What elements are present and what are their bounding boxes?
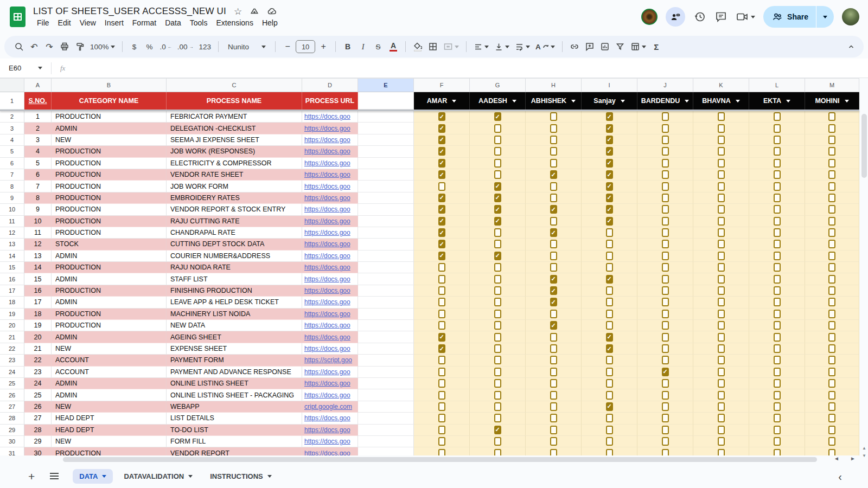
process-url-link[interactable]: https://docs.goo	[304, 136, 350, 144]
checkbox-bardendu[interactable]	[662, 356, 669, 364]
cell-process-url[interactable]: https://docs.goo	[302, 367, 358, 378]
name-box[interactable]: E60	[0, 64, 48, 72]
column-header-M[interactable]: M	[805, 78, 859, 92]
cell-sno[interactable]: 23	[24, 367, 52, 378]
cell-sno[interactable]: 4	[24, 146, 52, 157]
checkbox-ekta[interactable]	[774, 252, 781, 260]
row-header-13[interactable]: 13	[0, 239, 24, 250]
checkbox-mohini[interactable]	[828, 437, 835, 446]
decrease-decimal-button[interactable]: .0←	[158, 39, 174, 54]
checkbox-abhishek[interactable]	[550, 310, 557, 318]
checkbox-abhishek[interactable]	[550, 263, 557, 272]
process-url-link[interactable]: https://docs.goo	[304, 264, 350, 271]
cell-process-name[interactable]: RAJU NOIDA RATE	[167, 262, 302, 273]
create-filter-button[interactable]	[613, 39, 627, 54]
checkbox-bhavna[interactable]	[718, 205, 725, 214]
cell-process-name[interactable]: ONLINE LISTING SHEET	[167, 378, 302, 389]
checkbox-bhavna[interactable]	[718, 240, 725, 248]
checkbox-abhishek[interactable]: ✓	[550, 170, 557, 179]
checkbox-mohini[interactable]	[828, 194, 835, 202]
star-icon[interactable]: ☆	[234, 7, 242, 16]
cell-empty-E[interactable]	[358, 389, 414, 401]
cell-empty-E[interactable]	[358, 447, 414, 455]
cell-sno[interactable]: 2	[24, 123, 52, 134]
italic-button[interactable]: I	[356, 39, 370, 54]
checkbox-bhavna[interactable]	[718, 159, 725, 168]
cell-empty-E[interactable]	[358, 216, 414, 227]
increase-decimal-button[interactable]: .00→	[175, 39, 196, 54]
cell-empty-E[interactable]	[358, 111, 414, 123]
checkbox-bardendu[interactable]	[662, 228, 669, 237]
grid-corner-cell[interactable]	[0, 78, 24, 92]
row-header-15[interactable]: 15	[0, 262, 24, 273]
checkbox-abhishek[interactable]	[550, 379, 557, 388]
table-tools-button[interactable]	[628, 39, 648, 54]
filter-caret-icon[interactable]	[736, 100, 740, 102]
process-url-link[interactable]: https://docs.goo	[304, 194, 350, 202]
checkbox-bhavna[interactable]	[718, 286, 725, 295]
checkbox-bardendu[interactable]	[662, 426, 669, 434]
cell-process-url[interactable]: https://docs.goo	[302, 262, 358, 273]
cell-process-url[interactable]: https://docs.goo	[302, 146, 358, 157]
checkbox-sanjay[interactable]	[606, 379, 613, 388]
comments-icon[interactable]	[714, 10, 727, 23]
checkbox-sanjay[interactable]: ✓	[606, 275, 613, 284]
checkbox-aadesh[interactable]	[494, 240, 501, 248]
cell-category[interactable]: PRODUCTION	[52, 169, 167, 181]
checkbox-amar[interactable]: ✓	[438, 136, 445, 144]
checkbox-mohini[interactable]	[828, 426, 835, 434]
checkbox-sanjay[interactable]	[606, 426, 613, 434]
cell-process-url[interactable]: https://docs.goo	[302, 413, 358, 424]
checkbox-aadesh[interactable]	[494, 368, 501, 376]
checkbox-ekta[interactable]	[774, 228, 781, 237]
checkbox-mohini[interactable]	[828, 368, 835, 376]
cell-empty-E[interactable]	[358, 239, 414, 250]
row-header-8[interactable]: 8	[0, 181, 24, 192]
checkbox-mohini[interactable]	[828, 449, 835, 455]
checkbox-bardendu[interactable]	[662, 217, 669, 226]
checkbox-mohini[interactable]	[828, 124, 835, 133]
checkbox-amar[interactable]	[438, 182, 445, 191]
checkbox-abhishek[interactable]	[550, 356, 557, 364]
checkbox-abhishek[interactable]: ✓	[550, 298, 557, 306]
header-cell-person-bardendu[interactable]: BARDENDU	[637, 92, 693, 110]
cell-category[interactable]: NEW	[52, 343, 167, 355]
cell-process-url[interactable]: https://script.goo	[302, 355, 358, 366]
cell-process-url[interactable]: https://docs.goo	[302, 192, 358, 204]
cell-process-url[interactable]: https://docs.goo	[302, 331, 358, 343]
cell-sno[interactable]: 27	[24, 413, 52, 424]
checkbox-amar[interactable]: ✓	[438, 194, 445, 202]
checkbox-amar[interactable]: ✓	[438, 252, 445, 260]
row-header-11[interactable]: 11	[0, 216, 24, 227]
checkbox-amar[interactable]	[438, 426, 445, 434]
checkbox-ekta[interactable]	[774, 414, 781, 422]
cell-process-name[interactable]: FEBRICATOR PAYMENT	[167, 111, 302, 123]
cell-sno[interactable]: 18	[24, 309, 52, 320]
cell-process-name[interactable]: EMBROIDERY RATES	[167, 192, 302, 204]
checkbox-bardendu[interactable]: ✓	[662, 368, 669, 376]
cell-category[interactable]: PRODUCTION	[52, 146, 167, 157]
checkbox-bardendu[interactable]	[662, 437, 669, 446]
scroll-left-arrow[interactable]: ◄	[834, 455, 839, 461]
checkbox-amar[interactable]	[438, 321, 445, 330]
checkbox-aadesh[interactable]	[494, 356, 501, 364]
cell-sno[interactable]: 22	[24, 355, 52, 366]
sheet-tab-caret-icon[interactable]	[267, 475, 272, 478]
checkbox-bhavna[interactable]	[718, 402, 725, 411]
process-url-link[interactable]: https://docs.goo	[304, 298, 350, 306]
row-header-2[interactable]: 2	[0, 111, 24, 123]
cell-process-url[interactable]: https://docs.goo	[302, 134, 358, 146]
checkbox-sanjay[interactable]	[606, 437, 613, 446]
checkbox-aadesh[interactable]	[494, 449, 501, 455]
checkbox-bardendu[interactable]	[662, 194, 669, 202]
checkbox-aadesh[interactable]	[494, 391, 501, 400]
checkbox-ekta[interactable]	[774, 368, 781, 376]
cell-sno[interactable]: 19	[24, 320, 52, 331]
process-url-link[interactable]: https://docs.goo	[304, 310, 350, 318]
checkbox-amar[interactable]	[438, 379, 445, 388]
process-url-link[interactable]: https://docs.goo	[304, 380, 350, 387]
checkbox-abhishek[interactable]	[550, 182, 557, 191]
filter-caret-icon[interactable]	[512, 100, 516, 102]
row-header-18[interactable]: 18	[0, 297, 24, 308]
checkbox-ekta[interactable]	[774, 298, 781, 306]
